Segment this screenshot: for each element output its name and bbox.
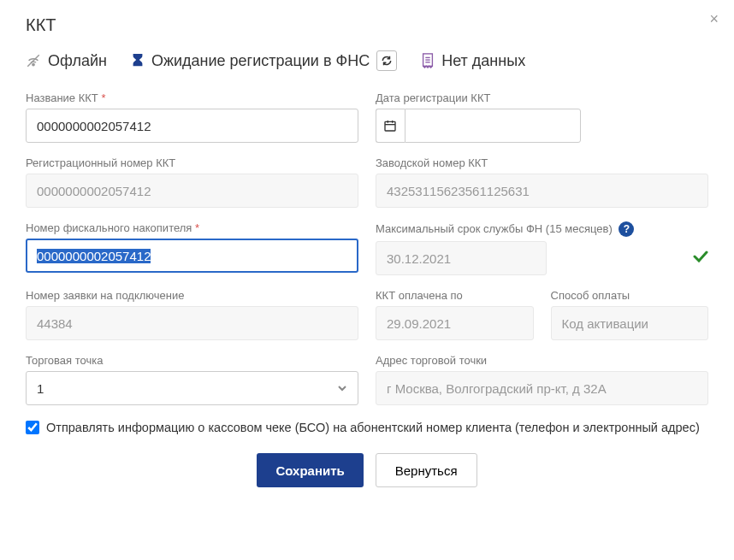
label-paid-until: ККТ оплачена по	[376, 289, 534, 302]
label-reg-num: Регистрационный номер ККТ	[26, 156, 358, 169]
input-paid-until	[376, 306, 534, 340]
input-name[interactable]	[26, 109, 358, 143]
page-title: ККТ	[26, 15, 708, 35]
field-trade-point: Торговая точка 1	[26, 354, 358, 405]
chevron-down-icon	[337, 385, 347, 392]
field-reg-date: Дата регистрации ККТ	[376, 91, 708, 143]
field-name: Название ККТ *	[26, 91, 358, 143]
status-offline-label: Офлайн	[48, 52, 107, 70]
label-trade-addr: Адрес торговой точки	[376, 354, 708, 367]
status-row: Офлайн Ожидание регистрации в ФНС Нет да…	[26, 50, 708, 71]
save-button[interactable]: Сохранить	[257, 453, 363, 487]
field-fn-expiry: Максимальный срок службы ФН (15 месяцев)…	[376, 221, 708, 275]
field-trade-addr: Адрес торговой точки	[376, 354, 708, 405]
status-nodata: Нет данных	[421, 52, 525, 70]
status-waiting-label: Ожидание регистрации в ФНС	[151, 52, 370, 70]
field-req-num: Номер заявки на подключение	[26, 289, 358, 340]
input-fn-num[interactable]	[26, 239, 358, 273]
satellite-icon	[26, 53, 41, 68]
field-pay-method: Способ оплаты	[551, 289, 709, 340]
back-button[interactable]: Вернуться	[376, 453, 477, 487]
close-icon[interactable]: ×	[709, 10, 719, 28]
input-trade-addr	[376, 371, 708, 405]
check-ok-icon	[693, 249, 708, 267]
svg-rect-6	[385, 121, 395, 131]
calendar-icon	[383, 119, 397, 133]
help-icon[interactable]: ?	[619, 221, 634, 237]
field-reg-num: Регистрационный номер ККТ	[26, 156, 358, 208]
label-req-num: Номер заявки на подключение	[26, 289, 358, 302]
hourglass-icon	[131, 53, 145, 68]
refresh-button[interactable]	[376, 50, 397, 71]
svg-point-0	[33, 63, 34, 65]
label-serial-num: Заводской номер ККТ	[376, 156, 708, 169]
button-row: Сохранить Вернуться	[26, 453, 708, 487]
status-waiting: Ожидание регистрации в ФНС	[131, 50, 397, 71]
status-offline: Офлайн	[26, 52, 107, 70]
input-fn-expiry	[376, 241, 547, 275]
input-pay-method	[551, 306, 709, 340]
receipt-icon	[421, 53, 435, 68]
label-fn-num: Номер фискального накопителя *	[26, 221, 358, 234]
label-fn-expiry: Максимальный срок службы ФН (15 месяцев)…	[376, 221, 684, 237]
label-trade-point: Торговая точка	[26, 354, 358, 367]
label-pay-method: Способ оплаты	[551, 289, 709, 302]
input-reg-num	[26, 174, 358, 208]
select-trade-point[interactable]: 1	[26, 371, 358, 405]
input-req-num	[26, 306, 358, 340]
field-serial-num: Заводской номер ККТ	[376, 156, 708, 208]
refresh-icon	[381, 55, 393, 67]
select-trade-point-value: 1	[37, 381, 44, 396]
label-name: Название ККТ *	[26, 91, 358, 104]
status-nodata-label: Нет данных	[441, 52, 525, 70]
input-reg-date[interactable]	[405, 109, 581, 143]
checkbox-send-info-row: Отправлять информацию о кассовом чеке (Б…	[26, 421, 708, 434]
input-serial-num	[376, 174, 708, 208]
field-paid-until: ККТ оплачена по	[376, 289, 534, 340]
label-reg-date: Дата регистрации ККТ	[376, 91, 708, 104]
calendar-button[interactable]	[376, 109, 405, 143]
checkbox-send-info[interactable]	[26, 421, 39, 434]
checkbox-send-info-label: Отправлять информацию о кассовом чеке (Б…	[46, 421, 700, 434]
field-fn-num: Номер фискального накопителя *	[26, 221, 358, 275]
